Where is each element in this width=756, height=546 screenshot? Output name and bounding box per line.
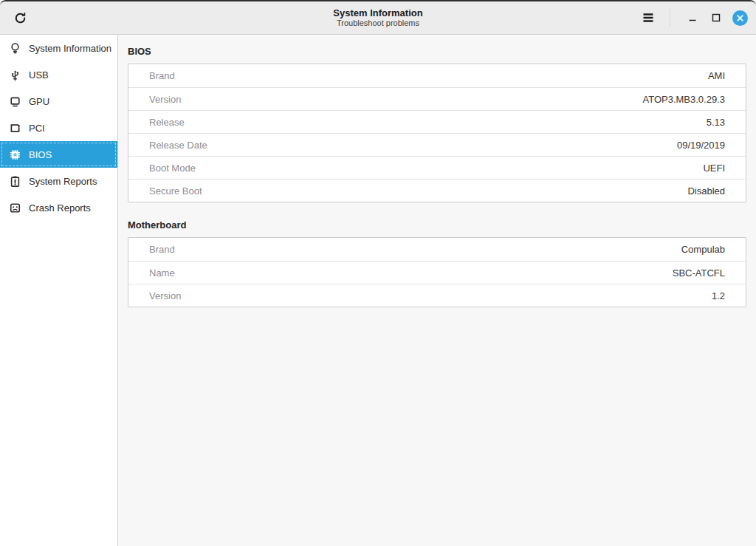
row-label: Release	[149, 117, 185, 128]
chip-icon	[9, 149, 21, 161]
clipboard-alert-icon	[9, 175, 21, 188]
monitor-icon	[9, 95, 21, 108]
crash-face-icon	[9, 202, 21, 214]
row-value: 09/19/2019	[677, 140, 725, 151]
window-subtitle: Troubleshoot problems	[337, 18, 419, 28]
motherboard-table: Brand Compulab Name SBC-ATCFL Version 1.…	[128, 237, 746, 307]
table-row: Brand Compulab	[128, 238, 746, 261]
maximize-button[interactable]	[707, 8, 726, 27]
minimize-button[interactable]	[683, 8, 702, 27]
sidebar-item-label: System Information	[29, 43, 111, 54]
sidebar-item-label: BIOS	[29, 149, 52, 160]
window-title: System Information	[333, 7, 422, 18]
refresh-button[interactable]	[8, 6, 32, 30]
row-label: Secure Boot	[149, 185, 202, 197]
row-value: Disabled	[687, 185, 725, 197]
row-label: Brand	[149, 244, 175, 255]
row-value: SBC-ATCFL	[673, 267, 725, 279]
row-label: Release Date	[149, 140, 207, 151]
sidebar-item-label: USB	[29, 69, 49, 81]
sidebar-item-gpu[interactable]: GPU	[0, 88, 117, 115]
sidebar-item-label: PCI	[29, 123, 45, 134]
close-button[interactable]	[730, 8, 749, 27]
row-label: Boot Mode	[149, 163, 196, 174]
sidebar-item-pci[interactable]: PCI	[0, 115, 117, 141]
row-value: UEFI	[703, 163, 725, 174]
row-label: Name	[149, 267, 175, 279]
sidebar-item-usb[interactable]: USB	[0, 61, 117, 88]
refresh-icon	[13, 11, 27, 25]
maximize-icon	[711, 13, 721, 23]
section-title-bios: BIOS	[128, 46, 746, 57]
row-value: Compulab	[681, 244, 725, 255]
close-icon	[732, 10, 748, 26]
sidebar-item-label: GPU	[29, 96, 49, 107]
section-title-motherboard: Motherboard	[128, 219, 746, 231]
app-body: System Information USB	[0, 35, 756, 546]
titlebar-separator	[670, 9, 670, 27]
row-value: ATOP3.MB3.0.29.3	[642, 94, 725, 105]
sidebar: System Information USB	[0, 35, 118, 546]
table-row: Release 5.13	[128, 110, 746, 133]
row-label: Version	[149, 290, 181, 301]
sidebar-item-label: Crash Reports	[29, 202, 91, 214]
row-value: 1.2	[712, 290, 725, 301]
bios-table: Brand AMI Version ATOP3.MB3.0.29.3 Relea…	[128, 64, 746, 202]
sidebar-item-label: System Reports	[29, 176, 97, 187]
table-row: Brand AMI	[128, 64, 746, 87]
table-row: Release Date 09/19/2019	[128, 133, 746, 156]
sidebar-item-system-reports[interactable]: System Reports	[0, 168, 117, 194]
sidebar-item-system-information[interactable]: System Information	[0, 35, 117, 61]
usb-icon	[9, 69, 21, 81]
app-window: System Information Troubleshoot problems	[0, 0, 756, 546]
sidebar-item-bios[interactable]: BIOS	[0, 141, 117, 168]
row-value: 5.13	[707, 117, 725, 128]
table-row: Version 1.2	[128, 284, 746, 307]
table-row: Secure Boot Disabled	[128, 179, 746, 202]
titlebar-controls	[636, 6, 756, 30]
row-label: Version	[149, 94, 181, 105]
table-row: Version ATOP3.MB3.0.29.3	[128, 87, 746, 110]
row-label: Brand	[149, 70, 175, 81]
table-row: Name SBC-ATCFL	[128, 261, 746, 284]
lightbulb-icon	[9, 42, 21, 55]
hamburger-menu-icon	[641, 10, 656, 25]
pci-card-icon	[9, 122, 21, 134]
table-row: Boot Mode UEFI	[128, 156, 746, 179]
titlebar: System Information Troubleshoot problems	[0, 1, 756, 35]
minimize-icon	[687, 13, 698, 23]
row-value: AMI	[708, 70, 725, 81]
main-content: BIOS Brand AMI Version ATOP3.MB3.0.29.3 …	[118, 35, 756, 546]
menu-button[interactable]	[636, 6, 660, 30]
sidebar-item-crash-reports[interactable]: Crash Reports	[0, 194, 117, 221]
